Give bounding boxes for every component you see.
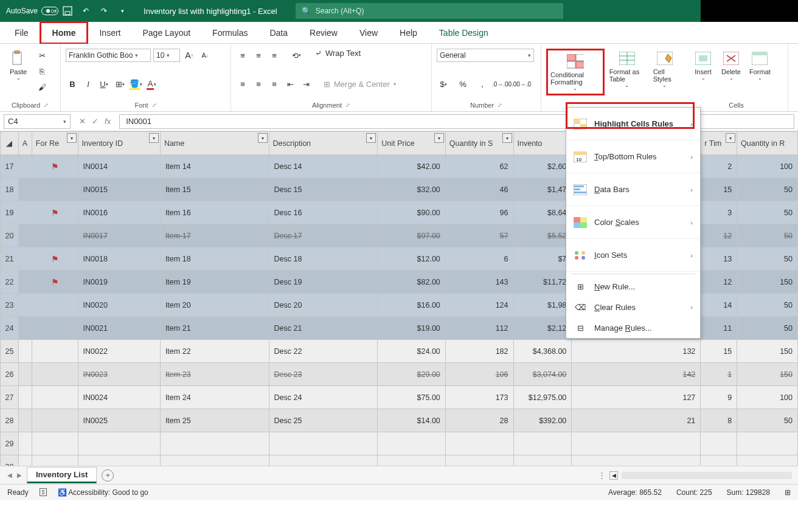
cell-inventory-value[interactable]: $4,368.00 <box>513 340 572 363</box>
cell-inventory-id[interactable]: IN0018 <box>78 247 160 271</box>
cell-qty-stock[interactable]: 173 <box>445 386 513 409</box>
align-center-icon[interactable]: ≡ <box>252 78 265 91</box>
cell-inventory-value[interactable]: $1,47 <box>513 178 572 201</box>
cell-name[interactable]: Item 14 <box>160 155 269 178</box>
cell-inventory-id[interactable]: IN0024 <box>78 386 160 409</box>
cell-inventory-value[interactable]: $7 <box>513 247 572 271</box>
cell-inventory-value[interactable]: $1,98 <box>513 294 572 317</box>
cell-qty-stock[interactable]: 182 <box>445 340 513 363</box>
fx-icon[interactable]: fx <box>105 117 111 126</box>
flag-cell[interactable] <box>32 409 78 432</box>
cell-inventory-value[interactable]: $3,074.00 <box>513 363 572 386</box>
menu-color-scales[interactable]: Color Scales › <box>566 206 700 239</box>
align-top-icon[interactable]: ≡ <box>236 49 249 62</box>
cell-unit-price[interactable]: $90.00 <box>378 201 445 224</box>
column-header[interactable]: r Tim▾ <box>701 132 737 155</box>
cell-qty-stock[interactable]: 28 <box>445 409 513 432</box>
cell-inventory-id[interactable]: IN0025 <box>78 409 160 432</box>
align-middle-icon[interactable]: ≡ <box>252 49 265 62</box>
cell-qty-stock[interactable]: 46 <box>445 178 513 201</box>
cell-reorder-time[interactable]: 15 <box>701 178 737 201</box>
cell-qty-reorder[interactable]: 100 <box>737 386 798 409</box>
cell-reorder-time[interactable]: 1 <box>701 363 737 386</box>
cell-description[interactable]: Desc 18 <box>269 247 378 271</box>
cell-description[interactable]: Desc 20 <box>269 294 378 317</box>
row-header[interactable]: 17 <box>1 155 19 178</box>
cell-reorder-time[interactable]: 8 <box>701 409 737 432</box>
add-sheet-button[interactable]: + <box>102 469 114 482</box>
cell-inventory-id[interactable]: IN0020 <box>78 294 160 317</box>
row-header[interactable]: 25 <box>1 340 19 363</box>
cell-description[interactable]: Desc 16 <box>269 201 378 224</box>
filter-icon[interactable]: ▾ <box>258 133 268 143</box>
cell-inventory-id[interactable]: IN0017 <box>78 224 160 247</box>
tab-insert[interactable]: Insert <box>88 23 131 43</box>
cell-qty-reorder[interactable]: 150 <box>737 363 798 386</box>
paste-button[interactable]: Paste ⌄ <box>5 49 32 82</box>
column-header[interactable]: Quantity in R <box>737 132 798 155</box>
cell-qty-reorder[interactable]: 50 <box>737 247 798 271</box>
cell-inventory-value[interactable]: $392.00 <box>513 409 572 432</box>
tab-data[interactable]: Data <box>258 23 299 43</box>
select-all-corner[interactable]: ◢ <box>1 132 19 155</box>
increase-decimal-icon[interactable]: .0→.00 <box>495 78 508 91</box>
cell-inventory-value[interactable]: $8,64 <box>513 201 572 224</box>
flag-cell[interactable]: ⚑ <box>32 155 78 178</box>
menu-highlight-cells-rules[interactable]: Highlight Cells Rules › <box>566 108 700 140</box>
flag-cell[interactable] <box>32 178 78 201</box>
sheet-tab[interactable]: Inventory List <box>27 467 97 483</box>
dialog-launcher-icon[interactable]: ⤢ <box>498 102 502 108</box>
tab-view[interactable]: View <box>349 23 389 43</box>
cell-unit-price[interactable]: $12.00 <box>378 247 445 271</box>
flag-cell[interactable] <box>32 294 78 317</box>
cell-qty-stock[interactable]: 124 <box>445 294 513 317</box>
cell-styles-button[interactable]: Cell Styles⌄ <box>650 49 680 89</box>
cell-unit-price[interactable]: $75.00 <box>378 386 445 409</box>
menu-clear-rules[interactable]: ⌫ Clear Rules › <box>566 297 700 317</box>
table-row[interactable]: 30 <box>1 455 798 466</box>
cell-unit-price[interactable]: $32.00 <box>378 178 445 201</box>
table-row[interactable]: 29 <box>1 432 798 455</box>
increase-indent-icon[interactable]: ⇥ <box>299 78 313 91</box>
decrease-decimal-icon[interactable]: .00→.0 <box>515 78 528 91</box>
cell-reorder-time[interactable]: 3 <box>701 201 737 224</box>
cell-description[interactable]: Desc 22 <box>269 340 378 363</box>
accounting-format-button[interactable]: $▾ <box>437 78 450 91</box>
cell-inventory-id[interactable]: IN0022 <box>78 340 160 363</box>
cell-name[interactable]: Item 24 <box>160 386 269 409</box>
cancel-formula-icon[interactable]: ✕ <box>79 117 86 126</box>
cell-qty-stock[interactable]: 112 <box>445 317 513 340</box>
tab-formulas[interactable]: Formulas <box>201 23 258 43</box>
search-box[interactable]: 🔍 Search (Alt+Q) <box>296 3 563 19</box>
cell-name[interactable]: Item 19 <box>160 271 269 294</box>
filter-icon[interactable]: ▾ <box>502 133 512 143</box>
cell-inventory-id[interactable]: IN0019 <box>78 271 160 294</box>
cell-inventory-id[interactable]: IN0023 <box>78 363 160 386</box>
format-cells-button[interactable]: Format⌄ <box>746 49 774 82</box>
flag-cell[interactable] <box>32 340 78 363</box>
row-header[interactable]: 18 <box>1 178 19 201</box>
cell-qty-reorder[interactable]: 50 <box>737 224 798 247</box>
cell-description[interactable]: Desc 25 <box>269 409 378 432</box>
cell-qty-stock[interactable]: 143 <box>445 271 513 294</box>
menu-icon-sets[interactable]: Icon Sets › <box>566 239 700 272</box>
menu-data-bars[interactable]: Data Bars › <box>566 173 700 206</box>
cell-name[interactable]: Item 18 <box>160 247 269 271</box>
wrap-text-button[interactable]: Wrap Text <box>325 49 361 58</box>
flag-cell[interactable] <box>32 224 78 247</box>
cell-description[interactable]: Desc 14 <box>269 155 378 178</box>
align-right-icon[interactable]: ≡ <box>268 78 281 91</box>
cell-unit-price[interactable]: $42.00 <box>378 155 445 178</box>
cell-name[interactable]: Item 22 <box>160 340 269 363</box>
filter-icon[interactable]: ▾ <box>726 133 735 143</box>
menu-top-bottom-rules[interactable]: 10 Top/Bottom Rules › <box>566 140 700 173</box>
cell-qty-stock[interactable]: 6 <box>445 247 513 271</box>
view-normal-icon[interactable]: ⊞ <box>785 488 791 497</box>
borders-button[interactable]: ⊞▾ <box>113 78 127 91</box>
cell-name[interactable]: Item 21 <box>160 317 269 340</box>
cell-description[interactable]: Desc 24 <box>269 386 378 409</box>
flag-cell[interactable] <box>32 317 78 340</box>
sheet-split-icon[interactable]: ⋮ <box>598 471 606 480</box>
increase-font-icon[interactable]: A↑ <box>182 49 196 62</box>
flag-cell[interactable]: ⚑ <box>32 247 78 271</box>
